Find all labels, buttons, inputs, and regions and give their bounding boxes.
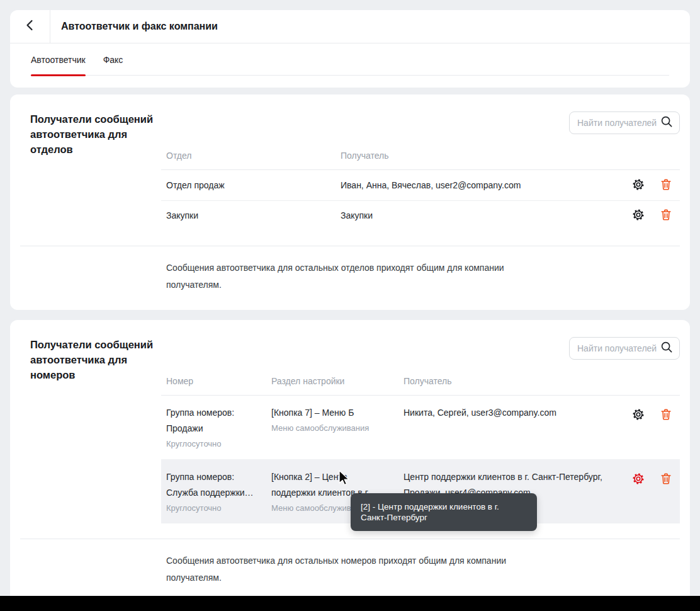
header-top-row: Автоответчик и факс компании <box>10 10 690 43</box>
trash-icon <box>659 408 673 423</box>
back-button[interactable] <box>10 10 50 43</box>
settings-button[interactable] <box>629 176 647 194</box>
settings-button[interactable] <box>629 406 647 424</box>
column-header-number: Номер <box>161 376 266 395</box>
column-header-recipient: Получатель <box>336 151 624 169</box>
cell-config-sub: Меню самообслуживания <box>271 423 388 433</box>
section-departments: Получатели сообщений автоответчика для о… <box>10 94 690 310</box>
search-recipients-input[interactable] <box>577 118 660 128</box>
gear-icon <box>631 178 645 193</box>
delete-button[interactable] <box>657 471 675 488</box>
section-title: Получатели сообщений автоответчика для о… <box>30 111 155 157</box>
trash-icon <box>659 472 673 488</box>
cell-number: Группа номеров: Продажи <box>166 405 256 437</box>
tabs: Автоответчик Факс <box>10 43 690 88</box>
cell-department: Отдел продаж <box>161 178 336 193</box>
screen-bottom-bar <box>0 596 700 611</box>
section-numbers: Получатели сообщений автоответчика для н… <box>10 320 690 603</box>
cell-config: [Кнопка 7] – Меню Б <box>271 405 388 421</box>
gear-icon <box>631 208 645 224</box>
table-header-departments: Отдел Получатель <box>161 151 680 170</box>
search-icon[interactable] <box>660 341 673 356</box>
gear-icon <box>631 472 645 488</box>
column-header-recipient: Получатель <box>398 376 624 395</box>
settings-button-hovered[interactable] <box>629 471 647 488</box>
trash-icon <box>659 208 673 224</box>
tab-fax[interactable]: Факс <box>103 55 123 75</box>
tab-autoresponder[interactable]: Автоответчик <box>31 55 86 75</box>
cell-department: Закупки <box>161 208 336 224</box>
section-footnote: Сообщения автоответчика для остальных но… <box>161 539 539 603</box>
cell-recipient: Закупки <box>336 208 624 224</box>
header-card: Автоответчик и факс компании Автоответчи… <box>10 10 690 88</box>
delete-button[interactable] <box>657 176 675 194</box>
table-row[interactable]: Группа номеров: Продажи Круглосуточно [К… <box>161 396 680 459</box>
table-row[interactable]: Отдел продаж Иван, Анна, Вячеслав, user2… <box>161 170 680 200</box>
page-title: Автоответчик и факс компании <box>50 10 218 43</box>
section-title: Получатели сообщений автоответчика для н… <box>30 337 155 382</box>
search-recipients-input[interactable] <box>577 343 660 353</box>
delete-button[interactable] <box>657 207 675 225</box>
section-footnote: Сообщения автоответчика для остальных от… <box>161 246 539 310</box>
delete-button[interactable] <box>657 406 675 424</box>
trash-icon <box>659 178 673 193</box>
gear-icon <box>631 408 645 423</box>
tooltip: [2] - Центр поддержки клиентов в г. Санк… <box>351 493 537 531</box>
search-recipients-box <box>569 337 680 360</box>
cell-schedule: Круглосуточно <box>166 503 256 513</box>
settings-button[interactable] <box>629 207 647 225</box>
column-header-dept: Отдел <box>161 151 336 169</box>
cell-number: Группа номеров: Служба поддержки… <box>166 469 256 501</box>
chevron-left-icon <box>24 19 37 34</box>
cell-recipient: Иван, Анна, Вячеслав, user2@company.com <box>336 178 624 193</box>
search-recipients-box <box>569 111 680 134</box>
column-header-config: Раздел настройки <box>266 376 398 395</box>
search-icon[interactable] <box>660 115 673 130</box>
table-header-numbers: Номер Раздел настройки Получатель <box>161 376 680 396</box>
table-row[interactable]: Закупки Закупки <box>161 200 680 231</box>
cell-schedule: Круглосуточно <box>166 438 256 449</box>
cell-recipient: Никита, Сергей, user3@company.com <box>398 405 624 421</box>
